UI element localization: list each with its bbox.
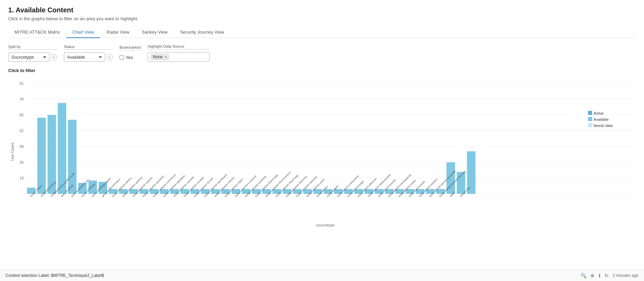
svg-text:kube:container:metrics: kube:container:metrics <box>214 176 235 198</box>
svg-text:kube:objects:replace: kube:objects:replace <box>418 178 438 198</box>
highlight-label: Highlight Data Source <box>148 44 210 49</box>
svg-text:Available: Available <box>594 117 609 121</box>
svg-rect-58 <box>588 111 592 115</box>
bookmarked-checkbox-label[interactable]: Yes <box>126 55 133 60</box>
svg-text:kube:container:ingress: kube:container:ingress <box>132 176 154 198</box>
filters-row: Split by Sourcetype × Status Available × <box>8 44 636 62</box>
tab-mitre[interactable]: MITRE ATT&CK Matrix <box>8 27 66 38</box>
split-by-clear[interactable]: × <box>51 54 57 60</box>
page-subtitle: Click in the graphs below to filter on a… <box>8 16 636 21</box>
status-select[interactable]: Available <box>64 52 105 62</box>
svg-text:Active: Active <box>594 111 604 115</box>
chart-inner: 91 78 65 52 39 26 13 <box>15 77 636 227</box>
svg-text:kube:container:funnel: kube:container:funnel <box>193 177 214 198</box>
svg-text:91: 91 <box>20 81 24 85</box>
tab-sankey[interactable]: Sankey View <box>136 27 174 38</box>
svg-text:13: 13 <box>20 176 24 180</box>
split-by-group: Split by Sourcetype × <box>8 45 57 62</box>
highlight-tag-value: None <box>153 55 163 59</box>
bar-1[interactable] <box>37 118 46 194</box>
page-title: 1. Available Content <box>8 6 636 14</box>
x-axis-label: sourcetype <box>15 223 636 227</box>
svg-text:kube:container:nginx: kube:container:nginx <box>224 178 244 198</box>
split-by-wrapper: Sourcetype × <box>8 52 57 62</box>
click-to-filter-label: Click to filter <box>8 68 636 73</box>
highlight-tag: None × <box>151 54 169 60</box>
y-axis-label: Use Cases <box>8 77 15 227</box>
refresh-icon[interactable]: ↻ <box>605 273 609 278</box>
search-icon[interactable]: 🔍 <box>580 273 586 278</box>
bottom-bar: Content selection Label: $MITRE_Techniqu… <box>0 270 644 281</box>
tab-bar: MITRE ATT&CK Matrix Chart View Radar Vie… <box>8 27 636 38</box>
status-label: Status <box>64 45 113 50</box>
svg-text:kube:objects:daemon: kube:objects:daemon <box>357 177 377 198</box>
split-by-select[interactable]: Sourcetype <box>8 52 49 62</box>
svg-text:65: 65 <box>20 113 24 117</box>
bottom-icons: 🔍 ⊕ ℹ ↻ 2 minutes ago <box>580 273 639 278</box>
svg-text:78: 78 <box>20 97 24 101</box>
svg-text:26: 26 <box>20 160 24 164</box>
tab-journey[interactable]: Security Journey View <box>174 27 230 38</box>
highlight-tag-close[interactable]: × <box>165 55 167 59</box>
status-wrapper: Available × <box>64 52 113 62</box>
svg-text:kube:container:weof: kube:container:weof <box>306 178 325 198</box>
timestamp: 2 minutes ago <box>613 273 639 278</box>
split-by-label: Split by <box>8 45 57 50</box>
bookmarked-group: Bookmarked Yes <box>120 45 141 62</box>
svg-rect-60 <box>588 117 592 121</box>
status-group: Status Available × <box>64 45 113 62</box>
bookmarked-checkbox-group: Yes <box>120 53 141 62</box>
zoom-icon[interactable]: ⊕ <box>590 273 595 278</box>
info-icon[interactable]: ℹ <box>599 273 600 278</box>
chart-svg: 91 78 65 52 39 26 13 <box>15 77 636 221</box>
highlight-input[interactable]: None × <box>148 52 210 62</box>
bookmarked-label: Bookmarked <box>120 45 141 50</box>
svg-text:kube:objects:events: kube:objects:events <box>377 178 396 198</box>
svg-rect-62 <box>588 123 592 127</box>
chart-wrapper: Use Cases 91 78 <box>8 77 636 227</box>
bookmarked-checkbox[interactable] <box>120 55 124 60</box>
bottom-label: Content selection Label: $MITRE_Techniqu… <box>5 273 104 278</box>
main-content: 1. Available Content Click in the graphs… <box>0 0 644 270</box>
status-clear[interactable]: × <box>106 54 113 60</box>
svg-text:kube:objects:nodes: kube:objects:nodes <box>398 179 417 198</box>
tab-radar[interactable]: Radar View <box>100 27 136 38</box>
chart-area: Use Cases 91 78 <box>8 77 636 227</box>
page-container: 1. Available Content Click in the graphs… <box>0 0 644 281</box>
tab-chart[interactable]: Chart View <box>66 27 100 38</box>
svg-text:Needs data: Needs data <box>594 124 613 128</box>
highlight-group: Highlight Data Source None × <box>148 44 210 62</box>
bar-4[interactable] <box>68 120 77 194</box>
svg-text:52: 52 <box>20 129 24 133</box>
svg-text:39: 39 <box>20 144 24 149</box>
